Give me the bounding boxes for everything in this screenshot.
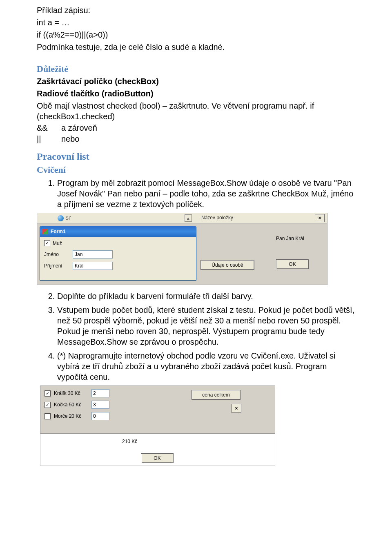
qty-kocka[interactable]: 3 [91, 401, 109, 409]
button-udaje-o-osobe[interactable]: Údaje o osobě [200, 260, 254, 270]
button-cena-celkem[interactable]: cena celkem [192, 390, 241, 400]
text-code-if: if ((a%2==0)||(a>0)) [37, 29, 355, 40]
messagebox-text: Pan Jan Král [276, 236, 325, 241]
exercise-2: Doplňte do příkladu k barvení formuláře … [57, 291, 355, 301]
exercise-list-cont: Doplňte do příkladu k barvení formuláře … [37, 291, 355, 382]
heading-pracovni-list: Pracovní list [37, 151, 355, 162]
label-prijmeni: Příjmení [44, 263, 73, 269]
op-or-symbol: || [37, 134, 61, 144]
exercise-3: Vstupem bude počet bodů, které student z… [57, 305, 355, 347]
ok-button[interactable]: OK [276, 259, 309, 269]
text-checkbox: Zaškrtávací políčko (checkBox) [37, 76, 355, 87]
form1-titlebar: Form1 [40, 226, 196, 237]
heading-dulezite: Důležité [37, 64, 355, 74]
text-code-int: int a = … [37, 17, 355, 28]
text-checked-desc: Obě mají vlastnost checked (bool) – zašk… [37, 100, 355, 122]
screenshot-form1: Sí' ▲ Název položky × Form1 ✓ Muž Jméno [37, 213, 327, 285]
form-icon [42, 229, 48, 234]
label-kocka: Kočka 50 Kč [54, 402, 91, 408]
text-explanation: Podmínka testuje, zda je celé číslo a su… [37, 42, 355, 52]
checkbox-kralik[interactable]: ✓ [45, 390, 51, 397]
exercise-1: Program by měl zobrazit pomocí MessageBo… [57, 178, 355, 209]
label-jmeno: Jméno [44, 252, 73, 257]
close-button-shop[interactable]: × [232, 404, 241, 413]
globe-icon [58, 215, 64, 221]
op-or-text: nebo [61, 134, 80, 144]
checkbox-muz-label: Muž [53, 241, 62, 246]
text-radiobutton: Radiové tlačítko (radioButton) [37, 88, 355, 99]
ok-button-shop[interactable]: OK [141, 453, 174, 463]
column-header-nazev: Název položky [201, 215, 233, 221]
op-and-symbol: && [37, 123, 61, 133]
screenshot-shop: ✓ Králík 30 Kč 2 ✓ Kočka 50 Kč 3 Morče 2… [40, 386, 275, 466]
up-arrow-icon[interactable]: ▲ [185, 214, 192, 222]
toolbar-text-site: Sí' [65, 215, 71, 221]
shop-output-area: 210 Kč OK [40, 434, 275, 466]
exercise-4: (*) Naprogramujte internetový obchod pod… [57, 350, 355, 382]
checkbox-muz[interactable]: ✓ [44, 240, 50, 246]
label-morce: Morče 20 Kč [54, 413, 91, 419]
qty-morce[interactable]: 0 [91, 412, 109, 420]
qty-kralik[interactable]: 2 [91, 389, 109, 397]
exercise-list: Program by měl zobrazit pomocí MessageBo… [37, 178, 355, 209]
textbox-jmeno[interactable]: Jan [73, 250, 113, 259]
form1-window: Form1 ✓ Muž Jméno Jan Příjmení Král [40, 226, 196, 281]
close-button[interactable]: × [315, 214, 325, 222]
shop-panel: ✓ Králík 30 Kč 2 ✓ Kočka 50 Kč 3 Morče 2… [40, 386, 275, 434]
textbox-prijmeni[interactable]: Král [73, 262, 113, 270]
text-priklad-zapisu: Příklad zápisu: [37, 5, 355, 16]
ide-toolbar: Sí' ▲ Název položky × [37, 213, 327, 223]
form1-title-text: Form1 [51, 229, 66, 234]
label-kralik: Králík 30 Kč [54, 390, 91, 396]
checkbox-morce[interactable] [45, 413, 51, 419]
price-output: 210 Kč [122, 439, 137, 444]
op-and-text: a zároveň [61, 123, 97, 133]
checkbox-kocka[interactable]: ✓ [45, 402, 51, 408]
heading-cviceni: Cvičení [37, 165, 355, 175]
